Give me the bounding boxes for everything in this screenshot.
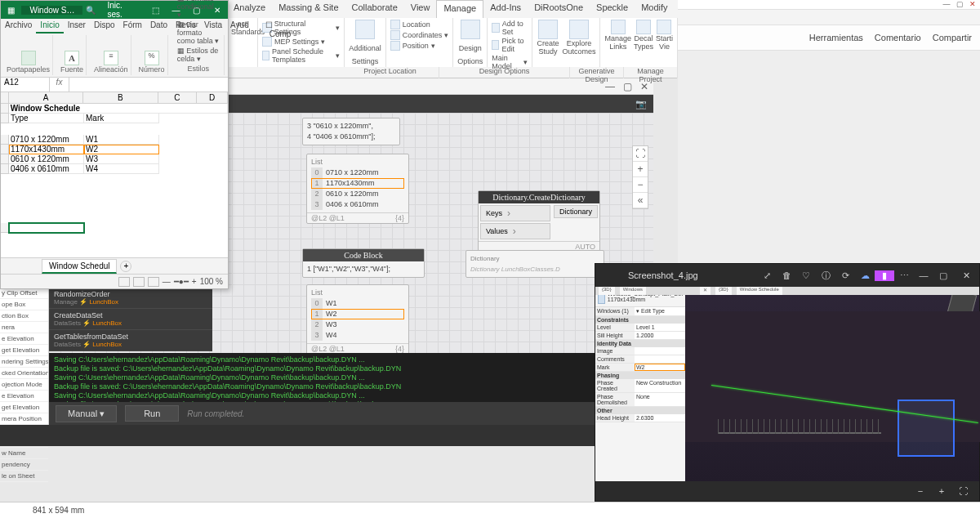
- spreadsheet-grid[interactable]: A B C D Window Schedule TypeMark 0710 x …: [1, 92, 228, 233]
- format-table-button[interactable]: ▦ Dar formato como tabla ▾: [176, 20, 221, 46]
- comment-tab[interactable]: Comentario: [875, 33, 921, 42]
- manage-links-icon[interactable]: [611, 20, 626, 34]
- revit-properties-panel: Windows_Concept_Plain_Dbl 1170x1430mm Wi…: [595, 287, 685, 481]
- tab-massing[interactable]: Massing & Site: [272, 0, 345, 18]
- maximize-button[interactable]: ▢: [933, 270, 953, 281]
- edit-icon[interactable]: ☁: [855, 270, 875, 281]
- fullscreen-icon[interactable]: ⛶: [956, 486, 969, 496]
- close-button[interactable]: ✕: [967, 0, 978, 9]
- dictionary-create-node[interactable]: Dictionary.CreateDictionary Keys› Values…: [478, 190, 600, 252]
- more-icon[interactable]: ⋯: [894, 270, 914, 281]
- menu-insertar[interactable]: Inser: [64, 19, 90, 33]
- tab-modify[interactable]: Modify: [635, 0, 674, 18]
- tab-diroots[interactable]: DiRootsOne: [528, 0, 590, 18]
- zoom-out-icon[interactable]: −: [914, 486, 927, 496]
- info-icon[interactable]: ⓘ: [816, 270, 835, 282]
- name-box[interactable]: A12: [1, 78, 50, 92]
- menu-ayuda[interactable]: Ayud: [226, 19, 253, 33]
- view-layout-icon[interactable]: [133, 277, 145, 287]
- menu-inicio[interactable]: Inicio: [36, 19, 63, 33]
- minimize-button[interactable]: —: [914, 270, 933, 280]
- delete-icon[interactable]: 🗑: [777, 270, 796, 280]
- image-filename: Screenshot_4.jpg: [595, 270, 698, 280]
- menu-disposicion[interactable]: Dispo: [90, 19, 119, 33]
- tab-collaborate[interactable]: Collaborate: [345, 0, 404, 18]
- zoom-slider[interactable]: ━●━: [174, 277, 189, 286]
- col-header[interactable]: D: [197, 92, 228, 104]
- view-break-icon[interactable]: [148, 277, 159, 287]
- conditional-format-button[interactable]: ▦ Formato condicional ▾: [176, 0, 221, 20]
- favorite-icon[interactable]: ♡: [796, 270, 816, 281]
- workbook-title: Window S…: [21, 6, 82, 15]
- starting-view-icon[interactable]: [657, 20, 671, 34]
- view-normal-icon[interactable]: [118, 277, 130, 287]
- watch-types-node[interactable]: List 00710 x 1220mm 11170x1430mm 20610 x…: [306, 154, 409, 224]
- values-port[interactable]: Values›: [480, 223, 550, 239]
- font-icon[interactable]: A: [65, 51, 79, 65]
- code-block-marks[interactable]: Code Block 1 ["W1","W2","W3","W4"];: [302, 248, 425, 278]
- run-mode-dropdown[interactable]: Manual ▾: [56, 405, 117, 422]
- col-header[interactable]: B: [83, 92, 158, 104]
- keys-port[interactable]: Keys›: [480, 205, 550, 221]
- code-block-types[interactable]: 3 "0610 x 1220mm", 4 "0406 x 0610mm"];: [302, 118, 400, 145]
- explore-outcomes-icon[interactable]: [569, 20, 589, 39]
- tab-speckle[interactable]: Speckle: [590, 0, 635, 18]
- fit-button[interactable]: ⛶: [633, 146, 648, 162]
- zoom-in-icon[interactable]: +: [935, 486, 948, 496]
- panel-templates-button[interactable]: Panel Schedule Templates ▾: [262, 47, 340, 64]
- zoom-out-button[interactable]: −: [633, 177, 648, 193]
- col-header[interactable]: A: [9, 92, 83, 104]
- tab-addins[interactable]: Add-Ins: [483, 0, 528, 18]
- pick-to-edit-button[interactable]: Pick to Edit: [492, 37, 528, 53]
- position-button[interactable]: Position ▾: [390, 41, 449, 51]
- search-result[interactable]: RandomizeOrder Manage ⚡ LunchBox: [49, 288, 212, 309]
- add-sheet-button[interactable]: +: [120, 261, 131, 272]
- camera-icon[interactable]: 📷: [635, 99, 653, 109]
- menu-formulas[interactable]: Fórm: [119, 19, 146, 33]
- maximize-button[interactable]: ▢: [623, 81, 632, 92]
- tab-view[interactable]: View: [404, 0, 437, 18]
- cell-styles-button[interactable]: ▦ Estilos de celda ▾: [176, 46, 221, 64]
- fx-icon[interactable]: fx: [50, 78, 69, 92]
- crop-icon[interactable]: ▮: [875, 270, 894, 281]
- zoom-fit-icon[interactable]: ⤢: [757, 270, 777, 281]
- run-button[interactable]: Run: [125, 405, 179, 422]
- tools-tab[interactable]: Herramientas: [809, 33, 863, 42]
- col-header[interactable]: C: [158, 92, 198, 104]
- create-study-icon[interactable]: [538, 20, 558, 39]
- nav-toggle[interactable]: «: [633, 193, 648, 208]
- decal-types-icon[interactable]: [636, 20, 651, 34]
- group-additional[interactable]: Additional Settings: [345, 18, 386, 67]
- ribbon-mode-icon[interactable]: ⬚: [145, 6, 165, 15]
- search-result[interactable]: GetTablesfromDataSet DataSets ⚡ LunchBox: [49, 330, 212, 351]
- minimize-button[interactable]: —: [941, 0, 952, 9]
- paste-icon[interactable]: [21, 51, 36, 65]
- search-result[interactable]: CreateDataSet DataSets ⚡ LunchBox: [49, 309, 212, 330]
- share-button[interactable]: ☐ Comp: [261, 19, 300, 33]
- tab-analyze[interactable]: Analyze: [227, 0, 272, 18]
- add-set-icon: [492, 23, 500, 33]
- coordinates-button[interactable]: Coordinates ▾: [390, 30, 449, 40]
- percent-icon[interactable]: %: [145, 51, 159, 65]
- formula-input[interactable]: [69, 78, 228, 92]
- watch-marks-node[interactable]: List 0W1 1W2 2W3 3W4 @L2 @L1{4}: [306, 284, 409, 355]
- rotate-icon[interactable]: ⟳: [835, 270, 855, 281]
- location-button[interactable]: Location: [390, 20, 449, 29]
- share-tab[interactable]: Compartir: [933, 33, 972, 42]
- search-icon[interactable]: 🔍: [82, 6, 99, 15]
- align-icon[interactable]: ≡: [104, 51, 118, 65]
- signin-button[interactable]: Inic. ses.: [99, 1, 145, 19]
- zoom-in-button[interactable]: +: [633, 162, 648, 177]
- selected-cell[interactable]: [9, 223, 84, 233]
- sheet-tab[interactable]: Window Schedul: [42, 259, 117, 274]
- maximize-button[interactable]: ▢: [954, 0, 965, 9]
- menu-datos[interactable]: Dato: [146, 19, 172, 33]
- close-button[interactable]: ✕: [953, 270, 979, 281]
- dictionary-output-port[interactable]: Dictionary: [554, 205, 598, 218]
- menu-archivo[interactable]: Archivo: [1, 19, 36, 33]
- add-to-set-button[interactable]: Add to Set: [492, 20, 528, 36]
- highlighted-row[interactable]: 1170x1430mmW2: [1, 145, 228, 154]
- excel-window: ▦ Window S… 🔍 Inic. ses. ⬚ — ▢ ✕ Archivo…: [0, 0, 229, 289]
- tab-manage[interactable]: Manage: [436, 0, 483, 18]
- group-design-options[interactable]: Design Options: [453, 18, 488, 67]
